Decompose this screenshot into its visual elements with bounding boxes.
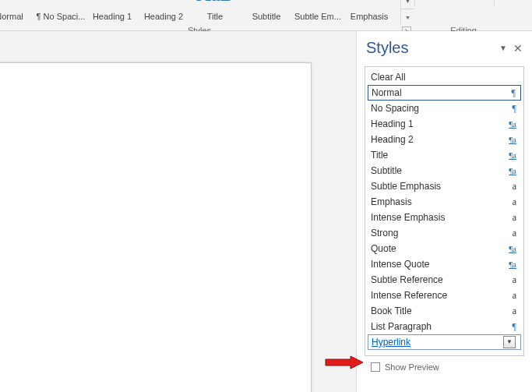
- style-name: Quote: [371, 241, 502, 256]
- style-preview: AaBbCc: [87, 0, 137, 12]
- task-pane-options-icon[interactable]: ▼: [499, 44, 507, 52]
- style-type-icon: a: [502, 225, 516, 241]
- row-down-icon[interactable]: ▼: [401, 0, 414, 9]
- more-styles-icon[interactable]: ▼: [401, 9, 414, 25]
- style-type-icon: a: [502, 303, 516, 319]
- style-label: Emphasis: [344, 12, 394, 21]
- style-gallery-item[interactable]: AaBbCcINormal: [0, 0, 34, 26]
- document-area: [0, 31, 356, 392]
- style-name: List Paragraph: [371, 319, 502, 334]
- style-row[interactable]: Quote¶a: [368, 241, 521, 256]
- style-row[interactable]: Intense Quote¶a: [368, 256, 521, 272]
- style-name: Book Title: [371, 303, 502, 319]
- style-name: Intense Quote: [371, 256, 502, 272]
- style-type-icon: a: [502, 210, 516, 225]
- style-label: Subtitle: [241, 12, 291, 21]
- style-type-icon: a: [502, 272, 516, 288]
- style-row[interactable]: List Paragraph¶: [368, 319, 521, 334]
- style-row[interactable]: No Spacing¶: [368, 101, 521, 116]
- style-row[interactable]: Intense Emphasisa: [368, 210, 521, 225]
- style-type-icon: ¶: [502, 101, 516, 116]
- style-gallery-item[interactable]: AaBbCcIHeading 2: [139, 0, 188, 26]
- style-label: Normal: [0, 12, 34, 21]
- style-label: Subtle Em...: [293, 12, 343, 21]
- style-name: No Spacing: [371, 101, 502, 116]
- style-name: Title: [371, 147, 502, 163]
- style-name: Subtle Reference: [371, 272, 502, 288]
- style-type-icon: ¶a: [502, 116, 516, 132]
- style-row[interactable]: Stronga: [368, 225, 521, 241]
- style-label: ¶ No Spaci...: [36, 12, 86, 21]
- style-label: Heading 2: [139, 12, 188, 21]
- style-type-icon: ¶a: [502, 256, 516, 272]
- style-name: Subtitle: [371, 163, 502, 178]
- style-row[interactable]: Emphasisa: [368, 194, 521, 210]
- pane-header: Styles ▼ ✕: [357, 31, 532, 63]
- style-gallery-item[interactable]: AaBTitle: [190, 0, 240, 26]
- style-type-icon: ¶a: [502, 147, 516, 163]
- style-type-icon: ¶a: [502, 132, 516, 147]
- style-name: Clear All: [371, 69, 502, 85]
- style-row[interactable]: Hyperlink▼: [368, 334, 521, 350]
- close-icon[interactable]: ✕: [513, 42, 523, 55]
- style-row[interactable]: Subtitle¶a: [368, 163, 521, 178]
- group-separator: [414, 0, 415, 6]
- ribbon: AaBbCcINormalAaBbCcDc¶ No Spaci...AaBbCc…: [0, 0, 532, 31]
- style-row[interactable]: Subtle Emphasisa: [368, 178, 521, 194]
- style-type-icon: ¶a: [502, 241, 516, 256]
- style-preview: AaBbCcI: [241, 0, 291, 12]
- style-preview: AaBbCcI: [0, 0, 34, 12]
- style-preview: AaBbCcDc: [36, 0, 86, 12]
- style-name: Heading 2: [371, 132, 502, 147]
- style-gallery-item[interactable]: AaBbCcISubtitle: [241, 0, 291, 26]
- style-row[interactable]: Normal¶: [368, 85, 521, 101]
- style-name: Heading 1: [371, 116, 502, 132]
- style-name: Normal: [372, 85, 502, 101]
- style-gallery-item[interactable]: AaBbCcHeading 1: [87, 0, 137, 26]
- style-name: Strong: [371, 225, 502, 241]
- style-name: Subtle Emphasis: [371, 178, 502, 194]
- style-name: Hyperlink: [372, 334, 503, 350]
- style-type-icon: a: [502, 194, 516, 210]
- style-name: Intense Reference: [371, 288, 502, 303]
- style-type-icon: a: [502, 178, 516, 194]
- show-preview-label: Show Preview: [385, 362, 439, 372]
- style-preview: AaBbCcDdt: [293, 0, 343, 12]
- style-row[interactable]: Title¶a: [368, 147, 521, 163]
- style-row[interactable]: Intense Referencea: [368, 288, 521, 303]
- style-type-icon: a: [502, 288, 516, 303]
- styles-pane: Styles ▼ ✕ Clear AllNormal¶No Spacing¶He…: [356, 31, 532, 392]
- pane-title: Styles: [366, 39, 499, 57]
- style-row[interactable]: Heading 1¶a: [368, 116, 521, 132]
- style-name: Intense Emphasis: [371, 210, 502, 225]
- style-type-icon: ¶: [502, 85, 516, 101]
- style-name: Emphasis: [371, 194, 502, 210]
- style-gallery-item[interactable]: AaBbCcDdtEmphasis: [344, 0, 394, 26]
- style-preview: AaB: [190, 0, 240, 12]
- style-dropdown-button[interactable]: ▼: [503, 336, 516, 348]
- styles-gallery: AaBbCcINormalAaBbCcDc¶ No Spaci...AaBbCc…: [0, 0, 396, 26]
- style-preview: AaBbCcDdt: [344, 0, 394, 12]
- style-type-icon: ¶: [502, 319, 516, 334]
- style-row[interactable]: Subtle Referencea: [368, 272, 521, 288]
- style-row[interactable]: Book Titlea: [368, 303, 521, 319]
- checkbox-icon[interactable]: [371, 362, 380, 372]
- show-preview-checkbox[interactable]: Show Preview: [371, 362, 532, 372]
- style-gallery-item[interactable]: AaBbCcDdtSubtle Em...: [293, 0, 343, 26]
- styles-gallery-more[interactable]: ▲ ▼ ▼: [400, 0, 414, 25]
- group-separator: [494, 0, 495, 6]
- style-label: Title: [190, 12, 240, 21]
- style-row[interactable]: Heading 2¶a: [368, 132, 521, 147]
- style-label: Heading 1: [87, 12, 137, 21]
- page[interactable]: [0, 62, 312, 392]
- style-preview: AaBbCcI: [139, 0, 188, 12]
- style-type-icon: ¶a: [502, 163, 516, 178]
- style-list: Clear AllNormal¶No Spacing¶Heading 1¶aHe…: [365, 66, 524, 356]
- style-row[interactable]: Clear All: [368, 69, 521, 85]
- style-gallery-item[interactable]: AaBbCcDc¶ No Spaci...: [36, 0, 86, 26]
